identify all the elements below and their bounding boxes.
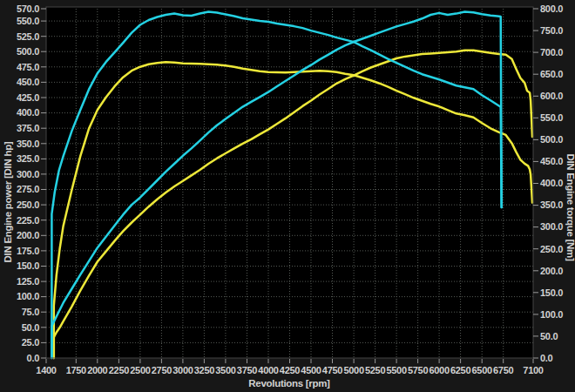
x-tick-label: 2250 bbox=[109, 365, 129, 375]
right-tick-label: 250.0 bbox=[540, 244, 563, 254]
left-tick-label: 125.0 bbox=[17, 276, 39, 287]
left-tick-label: 300.0 bbox=[17, 169, 39, 179]
x-tick-label: 7100 bbox=[523, 365, 543, 375]
right-tick-label: 800.0 bbox=[540, 3, 563, 14]
x-tick-label: 3000 bbox=[172, 365, 193, 375]
x-tick-label: 2500 bbox=[130, 365, 150, 375]
left-tick-label: 400.0 bbox=[17, 107, 39, 118]
x-tick-label: 2750 bbox=[152, 365, 172, 375]
left-tick-label: 150.0 bbox=[17, 260, 39, 271]
right-tick-label: 450.0 bbox=[540, 156, 563, 166]
x-tick-label: 5000 bbox=[343, 365, 363, 375]
left-tick-label: 75.0 bbox=[22, 307, 39, 317]
right-tick-label: 300.0 bbox=[540, 221, 563, 232]
x-tick-label: 5250 bbox=[365, 365, 385, 375]
x-tick-label: 4250 bbox=[280, 365, 300, 375]
x-tick-label: 4000 bbox=[258, 365, 278, 375]
left-tick-label: 50.0 bbox=[22, 322, 39, 333]
left-tick-label: 375.0 bbox=[17, 123, 39, 133]
x-tick-label: 1750 bbox=[66, 365, 86, 375]
right-tick-label: 50.0 bbox=[540, 331, 558, 341]
x-tick-label: 6250 bbox=[450, 365, 470, 375]
x-tick-label: 2000 bbox=[87, 365, 107, 375]
left-tick-label: 550.0 bbox=[17, 16, 39, 26]
dyno-chart-canvas: 570.0550.0525.0500.0475.0450.0425.0400.0… bbox=[0, 0, 575, 392]
left-tick-label: 500.0 bbox=[17, 46, 39, 57]
x-tick-label: 6500 bbox=[472, 365, 492, 375]
right-tick-label: 350.0 bbox=[540, 199, 563, 210]
right-tick-label: 750.0 bbox=[540, 25, 563, 36]
left-tick-label: 250.0 bbox=[17, 199, 39, 210]
right-tick-label: 100.0 bbox=[540, 309, 563, 320]
x-tick-label: 5500 bbox=[386, 365, 406, 375]
left-tick-label: 175.0 bbox=[17, 246, 39, 256]
left-tick-label: 450.0 bbox=[17, 77, 39, 87]
x-tick-label: 3750 bbox=[237, 365, 257, 375]
left-tick-label: 475.0 bbox=[17, 62, 39, 72]
left-tick-label: 0.0 bbox=[27, 353, 40, 363]
dyno-chart: 570.0550.0525.0500.0475.0450.0425.0400.0… bbox=[0, 0, 575, 392]
right-tick-label: 600.0 bbox=[540, 91, 563, 101]
left-tick-label: 100.0 bbox=[17, 291, 39, 301]
left-tick-label: 275.0 bbox=[17, 184, 39, 194]
right-tick-label: 150.0 bbox=[540, 287, 563, 298]
left-tick-label: 525.0 bbox=[17, 31, 39, 42]
left-tick-label: 225.0 bbox=[17, 215, 39, 226]
x-tick-label: 6000 bbox=[429, 365, 449, 375]
x-axis-title: Revolutions [rpm] bbox=[248, 378, 330, 389]
right-tick-label: 650.0 bbox=[540, 69, 563, 79]
x-tick-label: 1400 bbox=[36, 365, 56, 375]
right-tick-label: 700.0 bbox=[540, 47, 563, 57]
x-tick-label: 5750 bbox=[408, 365, 428, 375]
left-tick-label: 425.0 bbox=[17, 92, 39, 103]
x-tick-label: 6750 bbox=[493, 365, 513, 375]
right-tick-label: 400.0 bbox=[540, 178, 563, 188]
plot-area bbox=[46, 7, 533, 358]
x-tick-label: 4500 bbox=[301, 365, 321, 375]
right-tick-label: 200.0 bbox=[540, 266, 563, 276]
x-tick-label: 4750 bbox=[322, 365, 342, 375]
x-tick-label: 3500 bbox=[215, 365, 235, 375]
left-axis-title: DIN Engine power [DIN hp] bbox=[3, 141, 13, 262]
right-tick-label: 0.0 bbox=[540, 353, 553, 363]
x-tick-label: 3250 bbox=[194, 365, 214, 375]
left-tick-label: 350.0 bbox=[17, 139, 39, 149]
left-tick-label: 570.0 bbox=[17, 3, 39, 14]
left-tick-label: 200.0 bbox=[17, 230, 39, 240]
right-axis-title: DIN Engine torque [Nm] bbox=[565, 153, 575, 261]
left-tick-label: 325.0 bbox=[17, 153, 39, 164]
left-tick-label: 25.0 bbox=[22, 337, 39, 348]
right-tick-label: 550.0 bbox=[540, 112, 563, 123]
right-tick-label: 500.0 bbox=[540, 134, 563, 145]
